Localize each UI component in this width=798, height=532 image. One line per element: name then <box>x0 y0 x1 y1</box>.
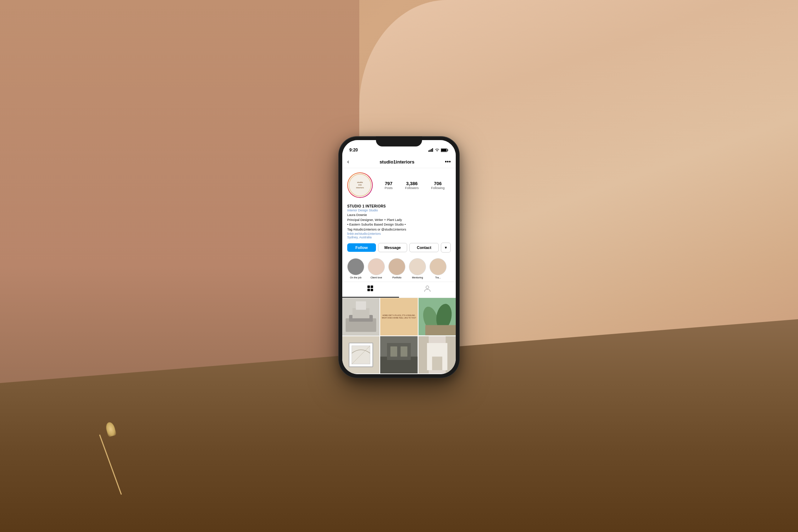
wifi-icon <box>435 148 439 152</box>
profile-nav: ‹ studio1interiors ••• <box>342 156 456 168</box>
svg-rect-35 <box>432 356 442 370</box>
svg-rect-5 <box>441 149 447 151</box>
action-buttons: Follow Message Contact ▾ <box>342 239 456 255</box>
status-icons <box>428 148 449 152</box>
svg-rect-15 <box>356 301 366 310</box>
highlight-travel[interactable]: Tra... <box>430 258 447 279</box>
grid-quote-text: HOME ISN'T A PLACE, IT'S A FEELING. WHAT… <box>380 298 417 335</box>
phone-mockup: 9:20 <box>339 137 459 378</box>
following-count: 706 <box>434 181 442 186</box>
status-time: 9:20 <box>349 148 358 153</box>
grid-item-5[interactable] <box>380 336 417 373</box>
highlight-circle-1 <box>347 258 364 275</box>
highlight-portfolio[interactable]: Portfolio <box>388 258 405 279</box>
more-menu-button[interactable]: ••• <box>445 159 451 165</box>
highlight-on-the-job[interactable]: On the job <box>347 258 364 279</box>
bio-section: STUDIO 1 INTERIORS Interior Design Studi… <box>342 204 456 239</box>
bio-location[interactable]: Sydney, Australia <box>347 235 451 239</box>
phone-notch <box>376 137 422 146</box>
posts-count: 797 <box>385 181 393 186</box>
highlights-row: On the job Client love Portfolio Mentori… <box>342 255 456 282</box>
bio-line2: • Eastern Suburbs Based Design Studio • <box>347 222 451 227</box>
highlight-circle-2 <box>368 258 385 275</box>
svg-rect-8 <box>367 289 370 291</box>
followers-label: Followers <box>405 186 419 190</box>
profile-header: studiooneinteriors 797 Posts <box>342 168 456 204</box>
svg-rect-0 <box>428 150 430 152</box>
highlight-label-1: On the job <box>350 276 361 279</box>
more-button[interactable]: ▾ <box>441 243 451 253</box>
highlight-circle-4 <box>409 258 426 275</box>
avatar-ring: studiooneinteriors <box>347 172 373 198</box>
back-button[interactable]: ‹ <box>347 159 349 165</box>
svg-rect-1 <box>430 150 431 152</box>
avatar: studiooneinteriors <box>349 174 371 196</box>
bio-person: Laura Downie <box>347 213 451 217</box>
content-tabs <box>342 282 456 298</box>
person-icon <box>424 286 431 293</box>
bottom-navigation <box>342 373 456 374</box>
bio-line1: Principal Designer, Writer + Plant Lady <box>347 218 451 222</box>
highlight-label-2: Client love <box>371 276 382 279</box>
message-button[interactable]: Message <box>378 243 408 252</box>
chevron-down-icon: ▾ <box>445 245 447 250</box>
svg-rect-2 <box>431 149 432 152</box>
highlight-mentoring[interactable]: Mentoring <box>409 258 426 279</box>
tab-grid[interactable] <box>342 282 399 298</box>
svg-rect-6 <box>367 286 370 288</box>
profile-nav-username: studio1interiors <box>379 159 414 165</box>
svg-rect-30 <box>401 346 408 356</box>
grid-item-4[interactable] <box>342 336 379 373</box>
svg-rect-7 <box>371 286 373 288</box>
highlight-label-5: Tra... <box>435 276 441 279</box>
svg-rect-3 <box>432 148 433 152</box>
tab-tagged[interactable] <box>399 282 456 298</box>
svg-point-10 <box>426 286 429 289</box>
stat-followers[interactable]: 3,386 Followers <box>405 181 419 190</box>
stat-following[interactable]: 706 Following <box>431 181 444 190</box>
avatar-inner: studiooneinteriors <box>348 173 372 197</box>
svg-rect-9 <box>371 289 373 291</box>
instagram-content[interactable]: ‹ studio1interiors ••• studiooneinterior… <box>342 156 456 374</box>
grid-item-1[interactable] <box>342 298 379 335</box>
highlight-circle-3 <box>388 258 405 275</box>
avatar-text: studiooneinteriors <box>356 181 364 189</box>
svg-rect-22 <box>425 325 456 336</box>
highlight-label-4: Mentoring <box>412 276 423 279</box>
phone-outer: 9:20 <box>339 137 459 378</box>
phone-screen: 9:20 <box>342 140 456 374</box>
highlight-label-3: Portfolio <box>392 276 401 279</box>
bio-display-name: STUDIO 1 INTERIORS <box>347 204 451 208</box>
bio-category: Interior Design Studio <box>347 209 451 212</box>
highlight-client-love[interactable]: Client love <box>368 258 385 279</box>
following-label: Following <box>431 186 444 190</box>
stat-posts: 797 Posts <box>384 181 393 190</box>
bio-link[interactable]: linktr.ee/studio1interiors <box>347 232 451 235</box>
battery-icon <box>441 148 449 152</box>
svg-rect-29 <box>390 346 397 356</box>
contact-button[interactable]: Contact <box>409 243 439 252</box>
signal-icon <box>428 148 433 152</box>
grid-item-6[interactable] <box>419 336 456 373</box>
follow-button[interactable]: Follow <box>347 243 376 252</box>
highlight-circle-5 <box>430 258 447 275</box>
stats-row: 797 Posts 3,386 Followers 706 Following <box>378 181 451 190</box>
bio-line3: Tag #studio1interiors or @studio1interio… <box>347 227 451 232</box>
profile-top-row: studiooneinteriors 797 Posts <box>347 172 451 198</box>
grid-item-3[interactable] <box>419 298 456 335</box>
photo-grid: HOME ISN'T A PLACE, IT'S A FEELING. WHAT… <box>342 298 456 373</box>
posts-label: Posts <box>384 186 393 190</box>
grid-item-2[interactable]: HOME ISN'T A PLACE, IT'S A FEELING. WHAT… <box>380 298 417 335</box>
grid-icon <box>367 286 374 293</box>
followers-count: 3,386 <box>406 181 418 186</box>
